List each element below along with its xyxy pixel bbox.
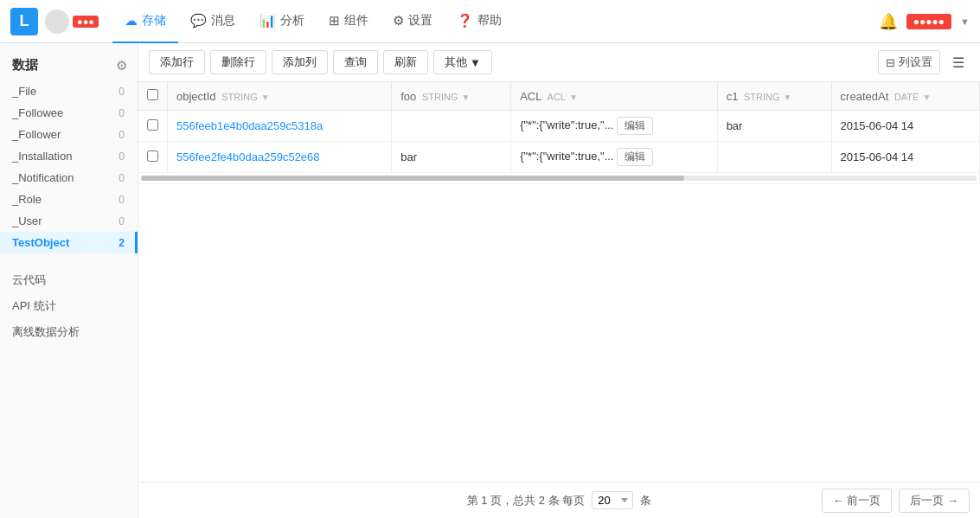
delete-row-button[interactable]: 删除行 xyxy=(210,50,266,74)
row-checkbox-cell xyxy=(138,111,168,142)
sidebar-item-count: 2 xyxy=(118,237,125,249)
col-c1[interactable]: c1 STRING▼ xyxy=(717,82,831,111)
next-page-button[interactable]: 后一页 → xyxy=(899,489,970,513)
prev-page-button[interactable]: ← 前一页 xyxy=(822,489,893,513)
sidebar-item-count: 0 xyxy=(118,194,125,206)
sidebar-group-api-stats[interactable]: API 统计 xyxy=(0,293,138,319)
sidebar-item-count: 0 xyxy=(118,107,125,119)
scrollbar-row xyxy=(138,173,980,184)
gear-icon[interactable]: ⚙ xyxy=(116,58,127,74)
pagination-info: 第 1 页，总共 2 条 每页 xyxy=(467,493,586,508)
scrollbar-cell xyxy=(138,173,980,184)
sidebar-item-label: _User xyxy=(12,214,42,227)
add-row-button[interactable]: 添加行 xyxy=(149,50,205,74)
other-dropdown-arrow: ▼ xyxy=(470,56,481,69)
pagination: 第 1 页，总共 2 条 每页 20 50 100 条 ← 前一页 后一页 → xyxy=(138,482,980,518)
nav-avatar: ●●● xyxy=(45,10,99,34)
col-createdAt[interactable]: createdAt DATE▼ xyxy=(831,82,979,111)
nav-items: ☁存储💬消息📊分析⊞组件⚙设置❓帮助 xyxy=(112,0,879,43)
sidebar-item-count: 0 xyxy=(118,215,125,227)
help-icon: ❓ xyxy=(457,13,473,29)
sidebar-items-container: _File0_Followee0_Follower0_Installation0… xyxy=(0,80,138,253)
sidebar: 数据 ⚙ _File0_Followee0_Follower0_Installa… xyxy=(0,43,138,518)
sidebar-groups-container: 云代码API 统计离线数据分析 xyxy=(0,267,138,345)
nav-item-settings[interactable]: ⚙设置 xyxy=(381,0,445,43)
toolbar: 添加行 删除行 添加列 查询 刷新 其他 ▼ ⊟ 列设置 ☰ xyxy=(138,43,980,82)
sidebar-item-_User[interactable]: _User0 xyxy=(0,210,138,232)
sidebar-item-label: _File xyxy=(12,85,36,98)
sidebar-item-label: _Followee xyxy=(12,106,63,119)
nav-item-analytics[interactable]: 📊分析 xyxy=(247,0,317,43)
col-settings-button[interactable]: ⊟ 列设置 xyxy=(878,50,940,74)
scrollbar-track xyxy=(141,176,977,181)
message-icon: 💬 xyxy=(190,13,207,29)
sidebar-item-label: _Notification xyxy=(12,171,74,184)
sidebar-item-_File[interactable]: _File0 xyxy=(0,80,138,102)
table-container: objectId STRING▼ foo STRING▼ ACL ACL▼ c1… xyxy=(138,82,980,482)
nav-item-label: 存储 xyxy=(142,13,166,29)
add-col-button[interactable]: 添加列 xyxy=(272,50,328,74)
refresh-button[interactable]: 刷新 xyxy=(383,50,428,74)
nav-right: 🔔 ●●●●● ▼ xyxy=(879,12,970,31)
nav-item-label: 分析 xyxy=(280,13,304,29)
acl-value-1: {"*":{"write":true,"... xyxy=(520,150,613,163)
row-checkbox-0[interactable] xyxy=(147,119,158,131)
pagination-buttons: ← 前一页 后一页 → xyxy=(822,489,970,513)
storage-icon: ☁ xyxy=(125,13,138,29)
objectid-link-0[interactable]: 556feeb1e4b0daa259c5318a xyxy=(176,119,323,132)
user-dropdown-arrow[interactable]: ▼ xyxy=(960,16,970,27)
cell-createdAt-1: 2015-06-04 14 xyxy=(831,142,979,173)
col-foo[interactable]: foo STRING▼ xyxy=(392,82,511,111)
cell-c1-1 xyxy=(717,142,831,173)
table-row: 556feeb1e4b0daa259c5318a {"*":{"write":t… xyxy=(138,111,980,142)
sidebar-item-_Installation[interactable]: _Installation0 xyxy=(0,145,138,167)
sidebar-item-_Role[interactable]: _Role0 xyxy=(0,189,138,210)
select-all-checkbox[interactable] xyxy=(147,89,158,100)
sidebar-group-cloud-code[interactable]: 云代码 xyxy=(0,267,138,293)
sidebar-item-count: 0 xyxy=(118,86,125,98)
objectid-link-1[interactable]: 556fee2fe4b0daa259c52e68 xyxy=(176,150,320,163)
sidebar-item-_Notification[interactable]: _Notification0 xyxy=(0,167,138,189)
content-area: 添加行 删除行 添加列 查询 刷新 其他 ▼ ⊟ 列设置 ☰ xyxy=(138,43,980,518)
header-checkbox-cell xyxy=(138,82,168,111)
sidebar-item-count: 0 xyxy=(118,150,125,163)
sidebar-item-_Follower[interactable]: _Follower0 xyxy=(0,124,138,145)
nav-item-message[interactable]: 💬消息 xyxy=(178,0,247,43)
row-checkbox-1[interactable] xyxy=(147,150,158,162)
page-size-select[interactable]: 20 50 100 xyxy=(592,491,633,509)
cell-createdAt-0: 2015-06-04 14 xyxy=(831,111,979,142)
menu-icon[interactable]: ☰ xyxy=(947,51,970,74)
nav-item-label: 设置 xyxy=(408,13,432,29)
nav-item-label: 帮助 xyxy=(477,13,502,29)
acl-edit-button-1[interactable]: 编辑 xyxy=(617,148,653,166)
notification-icon[interactable]: 🔔 xyxy=(879,12,898,31)
sidebar-item-TestObject[interactable]: TestObject2 xyxy=(0,232,138,253)
col-settings-icon: ⊟ xyxy=(886,56,895,69)
acl-edit-button-0[interactable]: 编辑 xyxy=(617,117,653,135)
table-body: 556feeb1e4b0daa259c5318a {"*":{"write":t… xyxy=(138,111,980,184)
nav-item-storage[interactable]: ☁存储 xyxy=(112,0,178,43)
cell-foo-1: bar xyxy=(392,142,511,173)
col-ACL[interactable]: ACL ACL▼ xyxy=(511,82,718,111)
avatar-circle xyxy=(45,10,69,34)
settings-icon: ⚙ xyxy=(393,13,404,29)
top-nav: L ●●● ☁存储💬消息📊分析⊞组件⚙设置❓帮助 🔔 ●●●●● ▼ xyxy=(0,0,980,43)
nav-item-components[interactable]: ⊞组件 xyxy=(317,0,381,43)
main-layout: 数据 ⚙ _File0_Followee0_Follower0_Installa… xyxy=(0,43,980,518)
table-row: 556fee2fe4b0daa259c52e68 bar {"*":{"writ… xyxy=(138,142,980,173)
sidebar-item-_Followee[interactable]: _Followee0 xyxy=(0,102,138,124)
cell-c1-0: bar xyxy=(717,111,831,142)
query-button[interactable]: 查询 xyxy=(333,50,378,74)
sidebar-section-header: 数据 ⚙ xyxy=(0,52,138,79)
nav-item-help[interactable]: ❓帮助 xyxy=(445,0,514,43)
user-tag[interactable]: ●●●●● xyxy=(906,14,951,29)
logo: L xyxy=(10,8,38,35)
sidebar-section-title: 数据 xyxy=(12,57,38,74)
other-button[interactable]: 其他 ▼ xyxy=(433,50,492,74)
col-objectId[interactable]: objectId STRING▼ xyxy=(168,82,392,111)
sidebar-group-offline-analytics[interactable]: 离线数据分析 xyxy=(0,319,138,345)
sidebar-item-label: _Installation xyxy=(12,150,72,163)
data-table: objectId STRING▼ foo STRING▼ ACL ACL▼ c1… xyxy=(138,82,980,184)
scrollbar-thumb xyxy=(141,176,684,181)
sidebar-item-label: _Role xyxy=(12,193,42,206)
